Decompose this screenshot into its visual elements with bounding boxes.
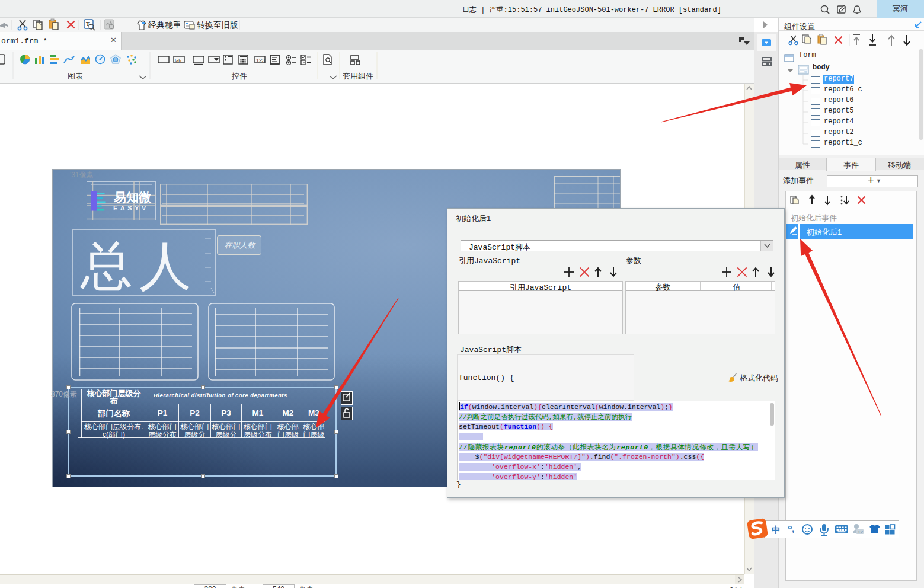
svg-text:T: T xyxy=(86,21,90,27)
svg-text:经典稳重: 经典稳重 xyxy=(148,20,181,30)
svg-text:lab: lab xyxy=(175,58,181,63)
svg-text:123: 123 xyxy=(256,57,265,63)
svg-text:图表: 图表 xyxy=(68,72,83,81)
svg-text:12: 12 xyxy=(858,529,863,535)
svg-text:转换至旧版: 转换至旧版 xyxy=(197,20,238,30)
svg-text:,: , xyxy=(792,523,794,533)
svg-text:套用组件: 套用组件 xyxy=(343,72,373,81)
svg-text:中: 中 xyxy=(772,525,781,535)
svg-text:控件: 控件 xyxy=(231,72,247,81)
